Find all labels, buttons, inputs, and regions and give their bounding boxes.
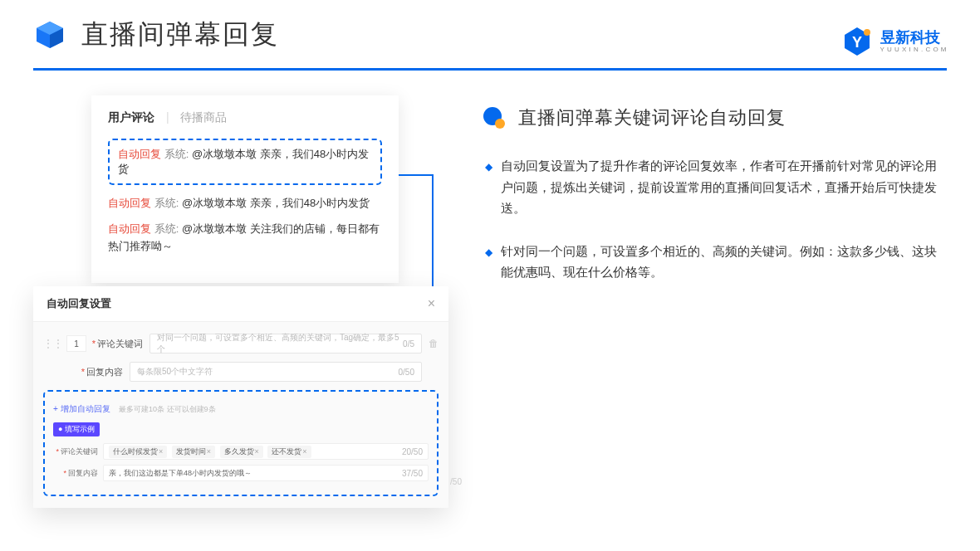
keyword-label: *评论关键词 [91,338,149,350]
example-box: + 增加自动回复 最多可建10条 还可以创建9条 ● 填写示例 *评论关键词 什… [43,390,439,496]
tab-user-comments[interactable]: 用户评论 [108,110,154,124]
tab-pending-goods[interactable]: 待播商品 [180,110,227,124]
feature-title: 直播间弹幕关键词评论自动回复 [518,105,786,130]
reply-sys: 系统: [164,148,189,160]
keyword-input[interactable]: 对同一个问题，可设置多个相近、高频的关键词，Tag确定，最多5个 0/5 [149,334,422,354]
tag-chip: 还不发货× [267,446,311,458]
bullet-item: ◆ 自动回复设置为了提升作者的评论回复效率，作者可在开播前针对常见的评论用户问题… [485,155,947,219]
diamond-icon: ◆ [485,158,492,219]
cube-icon [33,18,66,51]
reply-line-2: 自动回复 系统: @冰墩墩本墩 关注我们的店铺，每日都有热门推荐呦～ [108,221,382,256]
example-badge: ● 填写示例 [53,422,100,436]
example-content-field[interactable]: 亲，我们这边都是下单48小时内发货的哦～ 37/50 [103,465,429,481]
drag-handle-icon[interactable]: ⋮⋮ [43,338,63,349]
svg-text:Y: Y [852,34,862,51]
page-title: 直播间弹幕回复 [81,17,279,53]
logo-en: Y U U X I N . C O M [880,46,947,54]
brand-logo: Y 昱新科技 Y U U X I N . C O M [840,25,947,58]
side-count: /50 [450,477,462,486]
connector-h1 [399,174,432,176]
example-keyword-field[interactable]: 什么时候发货× 发货时间× 多久发货× 还不发货× 20/50 [103,443,429,460]
diamond-icon: ◆ [485,244,492,283]
order-number: 1 [66,335,86,352]
settings-title: 自动回复设置 [47,296,111,311]
example-content-row: *回复内容 亲，我们这边都是下单48小时内发货的哦～ 37/50 [53,465,429,481]
logo-icon: Y [840,25,874,58]
settings-panel: 自动回复设置 × ⋮⋮ 1 *评论关键词 对同一个问题，可设置多个相近、高频的关… [33,286,448,508]
logo-text: 昱新科技 Y U U X I N . C O M [880,30,947,54]
chat-bubble-icon [482,105,507,130]
content-row: *回复内容 每条限50个中文字符 0/50 [43,362,439,382]
settings-body: ⋮⋮ 1 *评论关键词 对同一个问题，可设置多个相近、高频的关键词，Tag确定，… [33,322,448,508]
content-input[interactable]: 每条限50个中文字符 0/50 [130,362,422,382]
bullet-item: ◆ 针对同一个问题，可设置多个相近的、高频的关键词。例如：这款多少钱、这块能优惠… [485,241,947,283]
keyword-row: ⋮⋮ 1 *评论关键词 对同一个问题，可设置多个相近、高频的关键词，Tag确定，… [43,334,439,354]
example-tags: 什么时候发货× 发货时间× 多久发货× 还不发货× [109,446,314,458]
page-header: 直播间弹幕回复 [0,0,980,61]
logo-cn: 昱新科技 [880,30,947,46]
svg-point-4 [864,29,870,36]
add-reply-note: 最多可建10条 还可以创建9条 [119,405,216,413]
settings-header: 自动回复设置 × [33,286,448,322]
description-column: 直播间弹幕关键词评论自动回复 ◆ 自动回复设置为了提升作者的评论回复效率，作者可… [482,95,947,502]
reply-tag: 自动回复 [118,148,161,160]
screenshot-column: 用户评论 | 待播商品 自动回复 系统: @冰墩墩本墩 亲亲，我们48小时内发货… [33,95,448,502]
example-keyword-row: *评论关键词 什么时候发货× 发货时间× 多久发货× 还不发货× 20/50 [53,443,429,460]
highlighted-reply: 自动回复 系统: @冰墩墩本墩 亲亲，我们48小时内发货 [108,139,382,185]
trash-icon[interactable]: 🗑 [429,338,439,349]
tag-chip: 什么时候发货× [109,446,167,458]
tag-chip: 多久发货× [220,446,263,458]
comments-panel: 用户评论 | 待播商品 自动回复 系统: @冰墩墩本墩 亲亲，我们48小时内发货… [91,95,399,283]
add-reply-link[interactable]: + 增加自动回复 [53,404,110,413]
feature-title-row: 直播间弹幕关键词评论自动回复 [482,105,947,130]
close-icon[interactable]: × [428,296,435,311]
tab-separator: | [166,110,169,124]
tag-chip: 发货时间× [172,446,215,458]
content-label: *回复内容 [71,366,130,378]
reply-line-1: 自动回复 系统: @冰墩墩本墩 亲亲，我们48小时内发货 [108,195,382,212]
svg-point-6 [495,119,505,129]
bullet-list: ◆ 自动回复设置为了提升作者的评论回复效率，作者可在开播前针对常见的评论用户问题… [482,155,947,283]
comments-tabs: 用户评论 | 待播商品 [108,110,382,125]
